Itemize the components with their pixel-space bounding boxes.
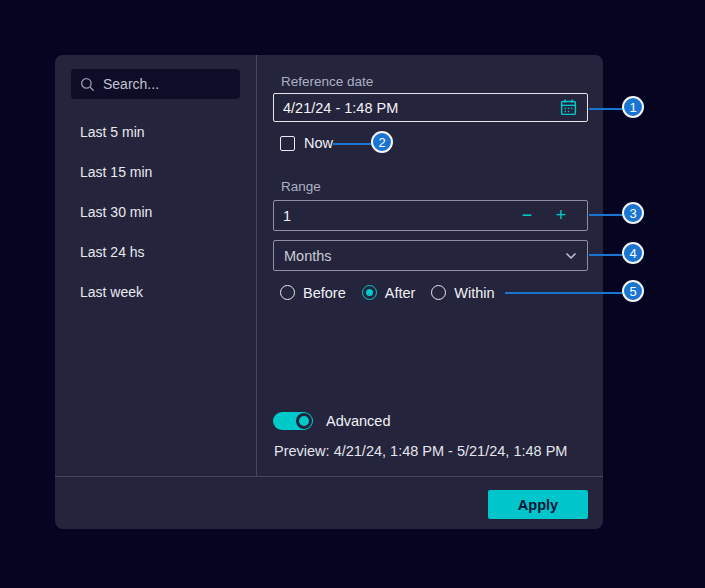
search-icon <box>80 77 95 92</box>
preview-text: Preview: 4/21/24, 1:48 PM - 5/21/24, 1:4… <box>274 443 567 459</box>
unit-select[interactable]: Months <box>273 240 588 271</box>
annotation-line-5 <box>505 292 624 294</box>
preset-item-last-24-hs[interactable]: Last 24 hs <box>55 232 256 272</box>
radio-after-circle[interactable] <box>362 285 377 300</box>
preset-item-last-5-min[interactable]: Last 5 min <box>55 112 256 152</box>
radio-before-label: Before <box>303 285 346 301</box>
annotation-badge-3: 3 <box>622 202 644 224</box>
preset-item-last-15-min[interactable]: Last 15 min <box>55 152 256 192</box>
now-checkbox-row[interactable]: Now <box>280 135 333 151</box>
advanced-toggle-row: Advanced <box>273 412 391 430</box>
radio-after[interactable]: After <box>362 285 416 301</box>
range-field[interactable]: − + <box>273 200 588 231</box>
annotation-line-3 <box>589 214 624 216</box>
reference-date-field[interactable] <box>273 93 588 122</box>
reference-date-label: Reference date <box>281 74 373 89</box>
radio-after-label: After <box>385 285 416 301</box>
annotation-line-2 <box>333 143 373 145</box>
presets-sidebar: Last 5 min Last 15 min Last 30 min Last … <box>55 55 256 476</box>
dialog-footer: Apply <box>55 476 603 529</box>
unit-select-value: Months <box>284 248 332 264</box>
radio-within[interactable]: Within <box>431 285 494 301</box>
minus-icon[interactable]: − <box>510 201 544 230</box>
date-range-picker-screen: Last 5 min Last 15 min Last 30 min Last … <box>0 0 705 588</box>
search-input[interactable] <box>103 76 231 92</box>
advanced-toggle-label: Advanced <box>326 413 391 429</box>
plus-icon[interactable]: + <box>544 201 578 230</box>
range-input[interactable] <box>283 208 510 224</box>
radio-within-label: Within <box>454 285 494 301</box>
calendar-icon[interactable] <box>559 98 578 117</box>
annotation-badge-1: 1 <box>622 96 644 118</box>
preset-item-last-week[interactable]: Last week <box>55 272 256 312</box>
apply-button[interactable]: Apply <box>488 490 588 519</box>
now-checkbox[interactable] <box>280 136 295 151</box>
custom-range-form: Reference date Now <box>257 55 603 476</box>
annotation-badge-5: 5 <box>622 280 644 302</box>
preset-item-last-30-min[interactable]: Last 30 min <box>55 192 256 232</box>
now-checkbox-label: Now <box>304 135 333 151</box>
radio-before[interactable]: Before <box>280 285 346 301</box>
annotation-line-1 <box>589 108 624 110</box>
annotation-badge-4: 4 <box>622 242 644 264</box>
annotation-line-4 <box>589 254 624 256</box>
chevron-down-icon <box>565 252 577 260</box>
search-box[interactable] <box>71 69 240 99</box>
advanced-toggle[interactable] <box>273 412 313 430</box>
advanced-toggle-knob <box>296 413 312 429</box>
range-label: Range <box>281 179 321 194</box>
annotation-badge-2: 2 <box>371 131 393 153</box>
radio-within-circle[interactable] <box>431 285 446 300</box>
preset-list: Last 5 min Last 15 min Last 30 min Last … <box>55 112 256 312</box>
reference-date-input[interactable] <box>283 100 559 116</box>
direction-radio-group: Before After Within <box>280 284 495 301</box>
radio-before-circle[interactable] <box>280 285 295 300</box>
